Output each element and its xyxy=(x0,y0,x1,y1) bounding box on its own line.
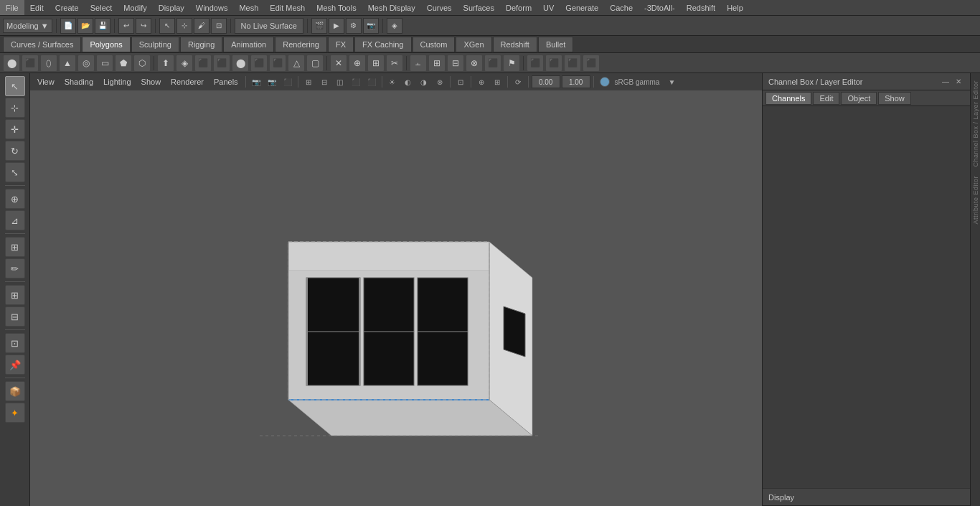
vp-hull-btn[interactable]: ⊞ xyxy=(490,75,504,89)
tool-isolate[interactable]: ✏ xyxy=(5,258,25,278)
menu-select[interactable]: Select xyxy=(85,0,118,15)
tb-append[interactable]: ⊞ xyxy=(367,55,385,72)
vp-menu-lighting[interactable]: Lighting xyxy=(99,75,136,89)
main-viewport[interactable]: View Shading Lighting Show Renderer Pane… xyxy=(30,73,762,506)
tab-sculpting[interactable]: Sculpting xyxy=(131,37,179,52)
vp-camera-type-btn[interactable]: 📷 xyxy=(265,75,279,89)
tb-reduce[interactable]: ⬛ xyxy=(484,55,501,72)
tool-select[interactable]: ↖ xyxy=(5,76,25,96)
menu-file[interactable]: File xyxy=(0,0,24,15)
vp-ao-btn[interactable]: ◑ xyxy=(417,75,431,89)
tool-scale[interactable]: ⤡ xyxy=(5,162,25,182)
tab-curves-surfaces[interactable]: Curves / Surfaces xyxy=(3,37,81,52)
vp-hud-btn[interactable]: ⊟ xyxy=(317,75,331,89)
tb-mirror[interactable]: ⫠ xyxy=(410,55,427,72)
workspace-dropdown[interactable]: Modeling ▼ xyxy=(3,19,52,33)
channel-tab-object[interactable]: Object xyxy=(841,92,877,105)
tb-boolean[interactable]: ⊗ xyxy=(466,55,483,72)
strip-tab-channel-box[interactable]: Channel Box / Layer Editor xyxy=(971,76,980,172)
ipr-btn[interactable]: ▶ xyxy=(329,18,344,34)
vp-menu-view[interactable]: View xyxy=(33,75,59,89)
tool-component[interactable]: ⊹ xyxy=(5,98,25,118)
tab-rigging[interactable]: Rigging xyxy=(180,37,222,52)
tab-bullet[interactable]: Bullet xyxy=(538,37,574,52)
tool-maya-icon[interactable]: ✦ xyxy=(5,403,25,423)
channel-tab-show[interactable]: Show xyxy=(878,92,911,105)
vp-translate-y[interactable]: 1.00 xyxy=(562,75,590,88)
vp-light-btn[interactable]: ☀ xyxy=(385,75,400,89)
strip-tab-attr-editor[interactable]: Attribute Editor xyxy=(971,172,980,229)
save-scene-btn[interactable]: 💾 xyxy=(95,18,110,34)
menu-create[interactable]: Create xyxy=(50,0,85,15)
tb-combine[interactable]: ⊞ xyxy=(428,55,446,72)
tb-bridge[interactable]: ⬛ xyxy=(194,55,212,72)
menu-uv[interactable]: UV xyxy=(537,0,560,15)
vp-manip-btn[interactable]: ⟳ xyxy=(511,75,525,89)
menu-help[interactable]: Help xyxy=(721,0,749,15)
tb-quadrangulate[interactable]: ▢ xyxy=(306,55,324,72)
tb-bevel[interactable]: ◈ xyxy=(176,55,193,72)
tab-custom[interactable]: Custom xyxy=(413,37,456,52)
menu-redshift[interactable]: Redshift xyxy=(681,0,721,15)
tb-sphere[interactable]: ⬤ xyxy=(3,55,20,72)
menu-3dtoall[interactable]: -3DtoAll- xyxy=(639,0,681,15)
redo-btn[interactable]: ↪ xyxy=(136,18,151,34)
tool-show-hide[interactable]: ⊞ xyxy=(5,237,25,257)
tb-connect[interactable]: ⊕ xyxy=(349,55,366,72)
tool-rotate[interactable]: ↻ xyxy=(5,141,25,161)
tool-snap-b[interactable]: 📌 xyxy=(5,355,25,375)
tab-polygons[interactable]: Polygons xyxy=(82,37,130,52)
tab-fx[interactable]: FX xyxy=(328,37,354,52)
tool-universal[interactable]: ⊕ xyxy=(5,189,25,209)
menu-cache[interactable]: Cache xyxy=(604,0,639,15)
open-scene-btn[interactable]: 📂 xyxy=(77,18,93,34)
vp-grid-btn[interactable]: ⊞ xyxy=(301,75,316,89)
vp-xray-btn[interactable]: ⊕ xyxy=(474,75,489,89)
tb-loop-cut[interactable]: ✕ xyxy=(330,55,347,72)
cb-close-btn[interactable]: ✕ xyxy=(953,76,964,88)
menu-curves[interactable]: Curves xyxy=(421,0,458,15)
tool-place[interactable]: 📦 xyxy=(5,381,25,401)
tb-plane[interactable]: ▭ xyxy=(96,55,113,72)
lasso-btn[interactable]: ⊹ xyxy=(176,18,192,34)
tab-redshift[interactable]: Redshift xyxy=(493,37,537,52)
tool-snap-a[interactable]: ⊡ xyxy=(5,333,25,353)
vp-menu-renderer[interactable]: Renderer xyxy=(166,75,208,89)
channel-tab-edit[interactable]: Edit xyxy=(813,92,839,105)
menu-display[interactable]: Display xyxy=(153,0,190,15)
paint-btn[interactable]: 🖌 xyxy=(194,18,209,34)
tb-torus[interactable]: ◎ xyxy=(77,55,95,72)
menu-deform[interactable]: Deform xyxy=(500,0,537,15)
tab-fx-caching[interactable]: FX Caching xyxy=(354,37,411,52)
render-cam-btn[interactable]: 📷 xyxy=(363,18,379,34)
tb-smooth[interactable]: ⬛ xyxy=(269,55,286,72)
vp-shading-btn[interactable]: ⬛ xyxy=(349,75,363,89)
vp-isolate-btn[interactable]: ⊡ xyxy=(453,75,468,89)
select-btn[interactable]: ↖ xyxy=(159,18,175,34)
menu-mesh-display[interactable]: Mesh Display xyxy=(362,0,421,15)
tool-group-1[interactable]: ⊞ xyxy=(5,285,25,305)
menu-surfaces[interactable]: Surfaces xyxy=(458,0,500,15)
render-btn[interactable]: 🎬 xyxy=(311,18,327,34)
tb-prism[interactable]: ⬡ xyxy=(133,55,151,72)
vp-motion-blur-btn[interactable]: ⊗ xyxy=(433,75,447,89)
tb-separate[interactable]: ⊟ xyxy=(447,55,464,72)
channel-tab-channels[interactable]: Channels xyxy=(765,92,811,105)
cb-min-btn[interactable]: — xyxy=(940,76,951,88)
menu-windows[interactable]: Windows xyxy=(190,0,234,15)
tb-cone[interactable]: ▲ xyxy=(59,55,76,72)
tool-soft-select[interactable]: ⊿ xyxy=(5,210,25,230)
tool-group-2[interactable]: ⊟ xyxy=(5,306,25,327)
tb-extrude[interactable]: ⬆ xyxy=(157,55,174,72)
vp-wireframe-btn[interactable]: ◫ xyxy=(333,75,347,89)
menu-mesh-tools[interactable]: Mesh Tools xyxy=(311,0,362,15)
vp-shadow-btn[interactable]: ◐ xyxy=(401,75,415,89)
tb-cube[interactable]: ⬛ xyxy=(22,55,39,72)
colorspace-dropdown-btn[interactable]: ▼ xyxy=(664,75,679,89)
hypershade-btn[interactable]: ◈ xyxy=(387,18,402,34)
undo-btn[interactable]: ↩ xyxy=(118,18,134,34)
tb-cleanup[interactable]: ⚑ xyxy=(503,55,520,72)
tb-triangulate[interactable]: △ xyxy=(288,55,305,72)
vp-translate-x[interactable]: 0.00 xyxy=(532,75,560,88)
vp-menu-shading[interactable]: Shading xyxy=(60,75,98,89)
